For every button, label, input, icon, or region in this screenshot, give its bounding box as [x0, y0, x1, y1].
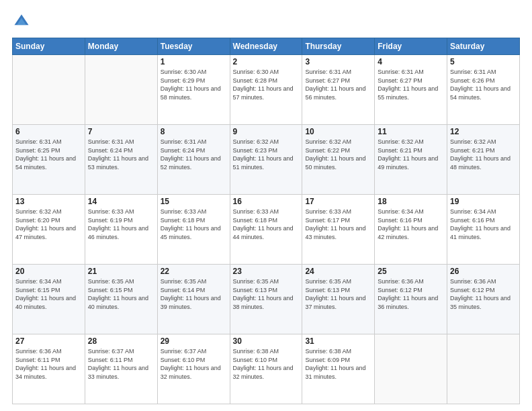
day-info: Sunrise: 6:31 AM Sunset: 6:27 PM Dayligh… [378, 68, 444, 101]
day-info: Sunrise: 6:33 AM Sunset: 6:18 PM Dayligh… [161, 208, 227, 241]
day-number: 27 [15, 336, 82, 346]
week-row-3: 20Sunrise: 6:34 AM Sunset: 6:15 PM Dayli… [13, 265, 520, 334]
day-cell: 26Sunrise: 6:36 AM Sunset: 6:12 PM Dayli… [447, 265, 520, 334]
day-info: Sunrise: 6:35 AM Sunset: 6:15 PM Dayligh… [88, 277, 154, 311]
day-info: Sunrise: 6:38 AM Sunset: 6:09 PM Dayligh… [305, 347, 371, 381]
week-row-4: 27Sunrise: 6:36 AM Sunset: 6:11 PM Dayli… [13, 334, 520, 404]
day-cell: 22Sunrise: 6:35 AM Sunset: 6:14 PM Dayli… [157, 265, 230, 334]
day-cell: 31Sunrise: 6:38 AM Sunset: 6:09 PM Dayli… [302, 334, 375, 404]
day-info: Sunrise: 6:37 AM Sunset: 6:10 PM Dayligh… [161, 347, 227, 381]
day-cell: 13Sunrise: 6:32 AM Sunset: 6:20 PM Dayli… [13, 195, 85, 265]
day-number: 8 [161, 127, 227, 136]
day-info: Sunrise: 6:31 AM Sunset: 6:25 PM Dayligh… [15, 138, 82, 171]
day-number: 13 [15, 197, 82, 206]
day-cell: 20Sunrise: 6:34 AM Sunset: 6:15 PM Dayli… [13, 265, 85, 334]
day-info: Sunrise: 6:35 AM Sunset: 6:14 PM Dayligh… [161, 277, 227, 311]
day-number: 24 [305, 267, 371, 276]
day-number: 19 [450, 197, 517, 206]
day-info: Sunrise: 6:37 AM Sunset: 6:11 PM Dayligh… [88, 347, 154, 381]
day-number: 11 [378, 127, 444, 136]
day-cell: 28Sunrise: 6:37 AM Sunset: 6:11 PM Dayli… [85, 334, 157, 404]
day-number: 14 [88, 197, 154, 206]
day-cell: 23Sunrise: 6:35 AM Sunset: 6:13 PM Dayli… [230, 265, 302, 334]
day-cell: 3Sunrise: 6:31 AM Sunset: 6:27 PM Daylig… [302, 55, 375, 125]
day-cell: 6Sunrise: 6:31 AM Sunset: 6:25 PM Daylig… [13, 125, 85, 195]
day-info: Sunrise: 6:30 AM Sunset: 6:28 PM Dayligh… [233, 68, 300, 101]
day-info: Sunrise: 6:36 AM Sunset: 6:12 PM Dayligh… [378, 277, 444, 311]
day-number: 22 [161, 267, 227, 276]
weekday-header-saturday: Saturday [447, 38, 520, 55]
day-info: Sunrise: 6:32 AM Sunset: 6:21 PM Dayligh… [450, 138, 517, 171]
day-cell: 18Sunrise: 6:34 AM Sunset: 6:16 PM Dayli… [375, 195, 447, 265]
day-info: Sunrise: 6:34 AM Sunset: 6:15 PM Dayligh… [15, 277, 82, 311]
logo-icon [12, 12, 31, 31]
day-number: 28 [88, 336, 154, 346]
day-number: 26 [450, 267, 517, 276]
week-row-2: 13Sunrise: 6:32 AM Sunset: 6:20 PM Dayli… [13, 195, 520, 265]
day-number: 10 [305, 127, 371, 136]
day-cell: 9Sunrise: 6:32 AM Sunset: 6:23 PM Daylig… [230, 125, 302, 195]
day-cell: 30Sunrise: 6:38 AM Sunset: 6:10 PM Dayli… [230, 334, 302, 404]
day-number: 20 [15, 267, 82, 276]
header [12, 12, 520, 31]
day-info: Sunrise: 6:32 AM Sunset: 6:20 PM Dayligh… [15, 208, 82, 241]
day-cell: 10Sunrise: 6:32 AM Sunset: 6:22 PM Dayli… [302, 125, 375, 195]
day-cell: 8Sunrise: 6:31 AM Sunset: 6:24 PM Daylig… [157, 125, 230, 195]
day-cell: 4Sunrise: 6:31 AM Sunset: 6:27 PM Daylig… [375, 55, 447, 125]
day-cell: 5Sunrise: 6:31 AM Sunset: 6:26 PM Daylig… [447, 55, 520, 125]
day-number: 7 [88, 127, 154, 136]
day-cell: 29Sunrise: 6:37 AM Sunset: 6:10 PM Dayli… [157, 334, 230, 404]
day-info: Sunrise: 6:34 AM Sunset: 6:16 PM Dayligh… [378, 208, 444, 241]
day-info: Sunrise: 6:33 AM Sunset: 6:17 PM Dayligh… [305, 208, 371, 241]
day-cell [13, 55, 85, 125]
calendar-table: SundayMondayTuesdayWednesdayThursdayFrid… [12, 38, 520, 404]
day-cell [85, 55, 157, 125]
day-number: 23 [233, 267, 300, 276]
day-number: 29 [161, 336, 227, 346]
day-number: 17 [305, 197, 371, 206]
day-cell: 15Sunrise: 6:33 AM Sunset: 6:18 PM Dayli… [157, 195, 230, 265]
day-number: 21 [88, 267, 154, 276]
day-cell: 17Sunrise: 6:33 AM Sunset: 6:17 PM Dayli… [302, 195, 375, 265]
page: SundayMondayTuesdayWednesdayThursdayFrid… [0, 0, 532, 411]
day-info: Sunrise: 6:36 AM Sunset: 6:11 PM Dayligh… [15, 347, 82, 381]
day-cell: 1Sunrise: 6:30 AM Sunset: 6:29 PM Daylig… [157, 55, 230, 125]
day-cell: 19Sunrise: 6:34 AM Sunset: 6:16 PM Dayli… [447, 195, 520, 265]
day-info: Sunrise: 6:31 AM Sunset: 6:24 PM Dayligh… [161, 138, 227, 171]
day-info: Sunrise: 6:32 AM Sunset: 6:22 PM Dayligh… [305, 138, 371, 171]
day-info: Sunrise: 6:36 AM Sunset: 6:12 PM Dayligh… [450, 277, 517, 311]
day-number: 1 [161, 57, 227, 66]
day-cell: 27Sunrise: 6:36 AM Sunset: 6:11 PM Dayli… [13, 334, 85, 404]
day-info: Sunrise: 6:33 AM Sunset: 6:19 PM Dayligh… [88, 208, 154, 241]
day-number: 31 [305, 336, 371, 346]
day-info: Sunrise: 6:34 AM Sunset: 6:16 PM Dayligh… [450, 208, 517, 241]
day-number: 3 [305, 57, 371, 66]
day-number: 30 [233, 336, 300, 346]
day-info: Sunrise: 6:31 AM Sunset: 6:26 PM Dayligh… [450, 68, 517, 101]
weekday-header-tuesday: Tuesday [157, 38, 230, 55]
day-info: Sunrise: 6:35 AM Sunset: 6:13 PM Dayligh… [305, 277, 371, 311]
day-cell: 7Sunrise: 6:31 AM Sunset: 6:24 PM Daylig… [85, 125, 157, 195]
day-number: 25 [378, 267, 444, 276]
weekday-header-monday: Monday [85, 38, 157, 55]
day-cell: 24Sunrise: 6:35 AM Sunset: 6:13 PM Dayli… [302, 265, 375, 334]
day-number: 4 [378, 57, 444, 66]
day-cell: 14Sunrise: 6:33 AM Sunset: 6:19 PM Dayli… [85, 195, 157, 265]
day-info: Sunrise: 6:33 AM Sunset: 6:18 PM Dayligh… [233, 208, 300, 241]
day-number: 15 [161, 197, 227, 206]
day-info: Sunrise: 6:31 AM Sunset: 6:27 PM Dayligh… [305, 68, 371, 101]
day-cell: 21Sunrise: 6:35 AM Sunset: 6:15 PM Dayli… [85, 265, 157, 334]
day-number: 2 [233, 57, 300, 66]
week-row-1: 6Sunrise: 6:31 AM Sunset: 6:25 PM Daylig… [13, 125, 520, 195]
day-info: Sunrise: 6:32 AM Sunset: 6:21 PM Dayligh… [378, 138, 444, 171]
day-cell: 16Sunrise: 6:33 AM Sunset: 6:18 PM Dayli… [230, 195, 302, 265]
day-info: Sunrise: 6:32 AM Sunset: 6:23 PM Dayligh… [233, 138, 300, 171]
day-cell [447, 334, 520, 404]
day-info: Sunrise: 6:30 AM Sunset: 6:29 PM Dayligh… [161, 68, 227, 101]
day-cell: 2Sunrise: 6:30 AM Sunset: 6:28 PM Daylig… [230, 55, 302, 125]
day-info: Sunrise: 6:31 AM Sunset: 6:24 PM Dayligh… [88, 138, 154, 171]
day-number: 6 [15, 127, 82, 136]
day-cell: 12Sunrise: 6:32 AM Sunset: 6:21 PM Dayli… [447, 125, 520, 195]
day-number: 9 [233, 127, 300, 136]
weekday-header-row: SundayMondayTuesdayWednesdayThursdayFrid… [13, 38, 520, 55]
